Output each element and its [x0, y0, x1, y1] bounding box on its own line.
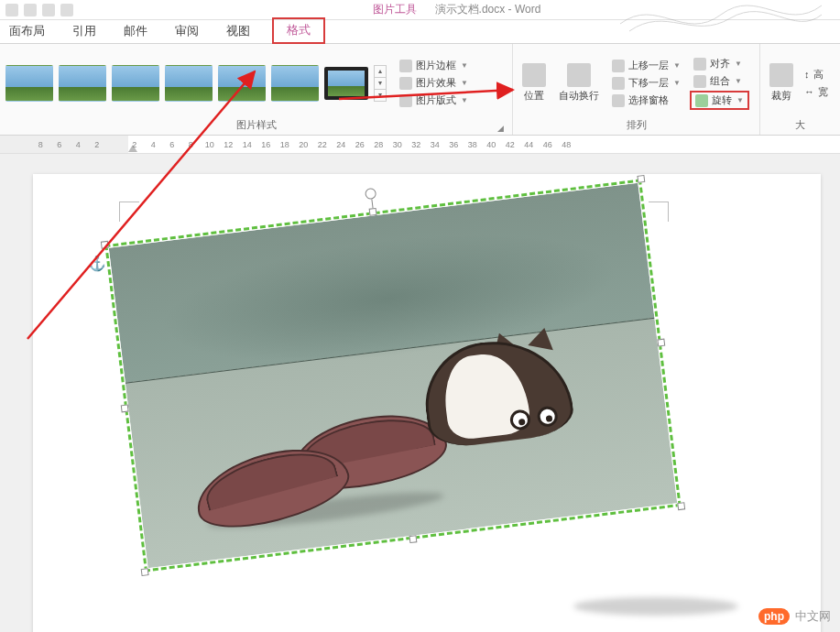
selection-pane-icon [612, 94, 625, 107]
height-field[interactable]: ↕高 [801, 67, 832, 82]
watermark-badge: php [758, 608, 790, 625]
chevron-down-icon: ▼ [736, 96, 744, 104]
label: 裁剪 [771, 89, 791, 103]
chevron-down-icon: ▼ [735, 77, 742, 85]
label: 高 [813, 68, 824, 82]
style-thumb[interactable] [5, 65, 53, 102]
ribbon-tabs: 面布局 引用 邮件 审阅 视图 格式 [0, 20, 840, 44]
width-icon: ↔ [804, 86, 814, 97]
chevron-down-icon: ▼ [735, 60, 742, 68]
group-icon [693, 75, 706, 88]
selection-border [104, 179, 681, 572]
style-thumb[interactable] [271, 65, 319, 102]
group-picture-styles: ▴▾▾ 图片边框▼ 图片效果▼ 图片版式▼ 图片样式◢ [0, 44, 513, 135]
dialog-launcher-icon[interactable]: ◢ [496, 124, 505, 133]
send-backward-icon [612, 77, 625, 90]
contextual-tab-label: 图片工具 [373, 2, 417, 17]
style-thumb[interactable] [112, 65, 159, 102]
resize-handle[interactable] [657, 339, 665, 347]
shadow [573, 597, 738, 616]
resize-handle[interactable] [101, 241, 109, 249]
page[interactable]: ⚓ [33, 174, 821, 632]
resize-handle[interactable] [121, 404, 129, 412]
resize-handle[interactable] [369, 208, 377, 216]
ribbon: ▴▾▾ 图片边框▼ 图片效果▼ 图片版式▼ 图片样式◢ 位置 自动换行 上移一层… [0, 44, 840, 136]
anchor-icon[interactable]: ⚓ [88, 255, 106, 272]
watermark-text: 中文网 [795, 608, 831, 625]
resize-handle[interactable] [141, 568, 149, 576]
tab-references[interactable]: 引用 [67, 19, 102, 43]
picture-border-button[interactable]: 图片边框▼ [396, 58, 472, 73]
picture-style-gallery[interactable]: ▴▾▾ [5, 65, 387, 102]
ruler-tick: 38 [464, 140, 483, 149]
tab-layout[interactable]: 面布局 [4, 19, 50, 43]
ruler-tick: 28 [369, 140, 388, 149]
qat-icon[interactable] [24, 4, 37, 16]
ruler-tick: 36 [444, 140, 464, 149]
selection-pane-button[interactable]: 选择窗格 [608, 93, 684, 108]
chevron-down-icon: ▼ [461, 79, 468, 87]
ruler-tick: 12 [219, 140, 238, 149]
label: 对齐 [710, 57, 730, 71]
ruler-tick: 6 [163, 140, 182, 149]
ruler-tick: 10 [201, 140, 220, 149]
label: 图片边框 [416, 59, 456, 72]
ruler-tick [106, 140, 125, 149]
qat-icon[interactable] [60, 4, 73, 16]
resize-handle[interactable] [637, 175, 645, 183]
style-thumb[interactable] [324, 67, 368, 100]
tab-view[interactable]: 视图 [221, 19, 256, 43]
qat-icon[interactable] [42, 4, 55, 16]
crop-mark-icon [119, 202, 139, 222]
tab-review[interactable]: 审阅 [169, 19, 204, 43]
style-thumb[interactable] [218, 65, 266, 102]
border-icon [399, 60, 412, 72]
position-button[interactable]: 位置 [518, 61, 550, 104]
crop-button[interactable]: 裁剪 [766, 61, 797, 104]
rotate-button[interactable]: 旋转▼ [690, 91, 749, 110]
layout-icon [399, 94, 412, 107]
ruler-tick: 18 [276, 140, 295, 149]
label: 自动换行 [559, 89, 599, 103]
ruler-tick: 34 [426, 140, 445, 149]
ruler-tick: 30 [388, 140, 408, 149]
ruler-tick: 48 [557, 140, 576, 149]
group-label: 大 [795, 119, 805, 130]
chevron-down-icon: ▼ [673, 79, 681, 87]
gallery-more-button[interactable]: ▴▾▾ [374, 65, 387, 102]
height-icon: ↕ [804, 69, 810, 80]
resize-handle[interactable] [677, 502, 685, 510]
label: 旋转 [712, 93, 732, 107]
ruler-tick: 8 [181, 140, 201, 149]
selected-image[interactable] [104, 179, 681, 572]
ruler-tick: 32 [407, 140, 426, 149]
group-label: 图片样式 [236, 119, 277, 130]
width-field[interactable]: ↔宽 [801, 84, 832, 100]
bring-forward-icon [612, 60, 625, 72]
picture-layout-button[interactable]: 图片版式▼ [396, 93, 472, 108]
wrap-text-button[interactable]: 自动换行 [555, 61, 603, 104]
ruler-tick: 22 [313, 140, 333, 149]
ruler-tick: 2 [88, 140, 107, 149]
horizontal-ruler[interactable]: 8642246810121416182022242628303234363840… [0, 136, 840, 154]
chevron-down-icon: ▼ [461, 61, 468, 70]
title-bar: 图片工具 演示文档.docx - Word [0, 0, 840, 20]
ruler-tick: 6 [50, 140, 70, 149]
resize-handle[interactable] [409, 535, 417, 543]
send-backward-button[interactable]: 下移一层▼ [608, 75, 684, 91]
watermark: php 中文网 [758, 608, 831, 625]
group-button[interactable]: 组合▼ [690, 73, 749, 89]
rotation-handle[interactable] [365, 188, 376, 200]
tab-format[interactable]: 格式 [272, 17, 325, 44]
bring-forward-button[interactable]: 上移一层▼ [608, 58, 684, 73]
ruler-tick: 4 [69, 140, 88, 149]
qat-icon[interactable] [5, 4, 18, 16]
style-thumb[interactable] [165, 65, 213, 102]
ruler-tick: 42 [501, 140, 520, 149]
document-area: ⚓ [0, 154, 840, 632]
align-button[interactable]: 对齐▼ [690, 56, 749, 71]
crop-mark-icon [649, 202, 669, 222]
tab-mailings[interactable]: 邮件 [118, 19, 153, 43]
style-thumb[interactable] [59, 65, 106, 102]
picture-effects-button[interactable]: 图片效果▼ [396, 75, 472, 91]
